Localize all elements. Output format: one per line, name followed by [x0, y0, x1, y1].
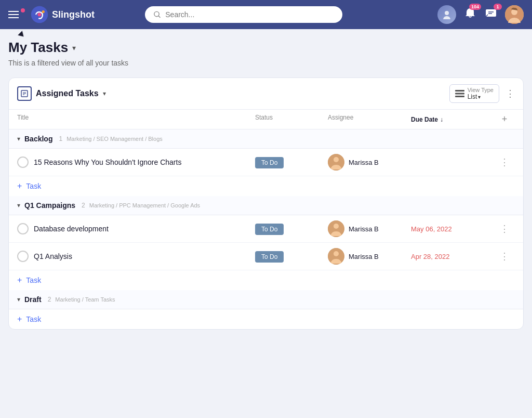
- task-panel: Assigned Tasks ▾ View Type List ▾: [8, 77, 524, 330]
- header-icons: 104 1: [437, 5, 524, 24]
- view-type-chevron-icon: ▾: [478, 94, 481, 100]
- add-task-label: Task: [26, 276, 41, 284]
- task-name-cell: Q1 Analysis: [17, 251, 255, 262]
- table-row: Database development To Do Marissa B: [9, 215, 523, 243]
- status-badge[interactable]: To Do: [255, 251, 284, 263]
- svg-rect-16: [455, 93, 464, 95]
- status-badge[interactable]: To Do: [255, 224, 284, 235]
- logo-container: Slingshot: [8, 5, 95, 24]
- page-subtitle: This is a filtered view of all your task…: [8, 59, 524, 67]
- search-icon: [153, 10, 161, 19]
- avatar: [328, 248, 344, 265]
- svg-line-4: [159, 16, 161, 18]
- svg-point-2: [42, 10, 45, 13]
- add-task-icon: +: [17, 276, 22, 285]
- notification-badge: 104: [469, 4, 481, 10]
- col-status: Status: [255, 114, 328, 125]
- main-content: My Tasks ▾ This is a filtered view of al…: [0, 29, 532, 340]
- group-chevron-icon: ▾: [17, 296, 20, 303]
- app-name: Slingshot: [52, 9, 95, 20]
- task-status-cell: To Do: [255, 252, 328, 261]
- task-checkbox[interactable]: [17, 251, 29, 262]
- more-col: ⋮: [494, 156, 515, 168]
- notifications-button[interactable]: 104: [463, 7, 477, 22]
- more-col: ⋮: [494, 223, 515, 234]
- group-backlog-path: Marketing / SEO Management / Blogs: [66, 136, 163, 142]
- group-backlog-name: Backlog: [24, 135, 52, 143]
- status-badge[interactable]: To Do: [255, 157, 284, 168]
- add-task-row-draft[interactable]: + Task: [9, 309, 523, 329]
- col-actions[interactable]: +: [494, 114, 515, 125]
- col-assignee: Assignee: [328, 114, 411, 125]
- group-backlog-header[interactable]: ▾ Backlog 1 Marketing / SEO Management /…: [9, 129, 523, 149]
- due-date-cell: Apr 28, 2022: [411, 253, 494, 260]
- col-due-date[interactable]: Due Date ↓: [411, 114, 494, 125]
- add-task-label: Task: [26, 182, 41, 190]
- panel-more-icon[interactable]: ⋮: [506, 88, 515, 99]
- add-task-row-backlog[interactable]: + Task: [9, 176, 523, 196]
- row-more-icon[interactable]: ⋮: [500, 251, 509, 262]
- table-header: Title Status Assignee Due Date ↓ +: [9, 110, 523, 129]
- task-name: 15 Reasons Why You Shouldn't Ignore Char…: [34, 158, 181, 166]
- due-date-value: May 06, 2022: [411, 225, 452, 233]
- messages-button[interactable]: 1: [484, 7, 498, 22]
- slingshot-logo: [30, 5, 49, 24]
- assigned-tasks-icon: [17, 86, 32, 101]
- assignee-cell: Marissa B: [328, 220, 411, 237]
- group-q1campaigns-count: 2: [82, 202, 85, 209]
- assignee-cell: Marissa B: [328, 154, 411, 171]
- table-row: Q1 Analysis To Do Marissa B: [9, 243, 523, 270]
- search-input[interactable]: [165, 10, 334, 19]
- page-title-row: My Tasks ▾: [8, 40, 524, 56]
- panel-header-right: View Type List ▾ ⋮: [449, 84, 515, 103]
- logo-dot: [21, 8, 25, 12]
- sort-arrow-icon: ↓: [440, 116, 443, 123]
- view-type-button[interactable]: View Type List ▾: [449, 84, 499, 103]
- group-chevron-icon: ▾: [17, 202, 20, 209]
- assignee-name: Marissa B: [349, 253, 379, 260]
- user-avatar-main[interactable]: [505, 5, 524, 24]
- task-status-cell: To Do: [255, 158, 328, 167]
- add-task-row-q1[interactable]: + Task: [9, 270, 523, 290]
- group-q1campaigns: ▾ Q1 Campaigns 2 Marketing / PPC Managem…: [9, 196, 523, 290]
- messages-badge: 1: [494, 4, 502, 10]
- more-col: ⋮: [494, 251, 515, 262]
- task-checkbox[interactable]: [17, 223, 29, 234]
- add-task-label: Task: [26, 315, 41, 323]
- task-checkbox[interactable]: [17, 156, 29, 168]
- add-task-icon: +: [17, 315, 22, 324]
- group-draft-header[interactable]: ▾ Draft 2 Marketing / Team Tasks: [9, 290, 523, 309]
- panel-title: Assigned Tasks: [36, 89, 99, 98]
- panel-title-chevron[interactable]: ▾: [103, 90, 106, 97]
- group-q1campaigns-header[interactable]: ▾ Q1 Campaigns 2 Marketing / PPC Managem…: [9, 196, 523, 215]
- page-title: My Tasks: [8, 40, 68, 56]
- group-draft: ▾ Draft 2 Marketing / Team Tasks + Task: [9, 290, 523, 329]
- due-date-value: Apr 28, 2022: [411, 253, 449, 260]
- assignee-cell: Marissa B: [328, 248, 411, 265]
- group-q1campaigns-path: Marketing / PPC Management / Google Ads: [89, 202, 200, 208]
- view-type-label: View Type: [468, 87, 494, 93]
- view-type-icon: [455, 90, 464, 97]
- assignee-name: Marissa B: [349, 225, 379, 233]
- panel-header: Assigned Tasks ▾ View Type List ▾: [9, 78, 523, 110]
- user-avatar-1[interactable]: [437, 5, 456, 24]
- svg-rect-15: [455, 90, 464, 92]
- col-title: Title: [17, 114, 255, 125]
- title-chevron-icon[interactable]: ▾: [72, 44, 76, 52]
- task-name-cell: 15 Reasons Why You Shouldn't Ignore Char…: [17, 156, 255, 168]
- svg-point-21: [334, 224, 339, 229]
- app-header: Slingshot 104: [0, 0, 532, 29]
- task-name: Database development: [34, 225, 109, 233]
- row-more-icon[interactable]: ⋮: [500, 223, 509, 234]
- group-draft-name: Draft: [24, 295, 42, 304]
- panel-header-left: Assigned Tasks ▾: [17, 86, 449, 101]
- assignee-name: Marissa B: [349, 159, 379, 166]
- row-more-icon[interactable]: ⋮: [500, 156, 509, 168]
- svg-point-23: [334, 251, 339, 256]
- view-type-value: List: [468, 93, 477, 100]
- search-bar[interactable]: [145, 6, 342, 23]
- task-name: Q1 Analysis: [34, 252, 72, 260]
- menu-icon[interactable]: [8, 11, 19, 18]
- group-backlog-count: 1: [59, 135, 62, 142]
- group-draft-count: 2: [48, 296, 51, 303]
